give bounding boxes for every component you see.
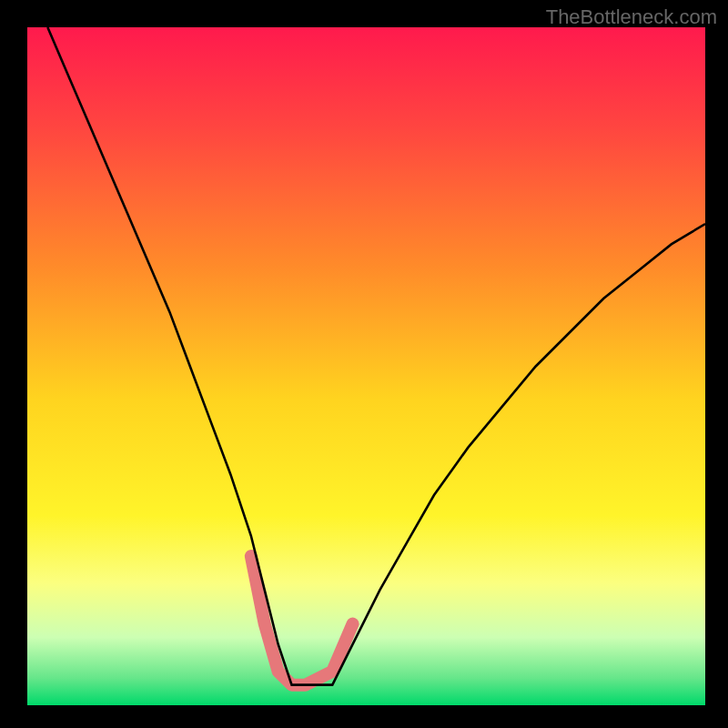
watermark-text: TheBottleneck.com (546, 5, 717, 29)
chart-plot (27, 27, 705, 705)
chart-background (27, 27, 705, 705)
chart-container: TheBottleneck.com (0, 0, 728, 728)
